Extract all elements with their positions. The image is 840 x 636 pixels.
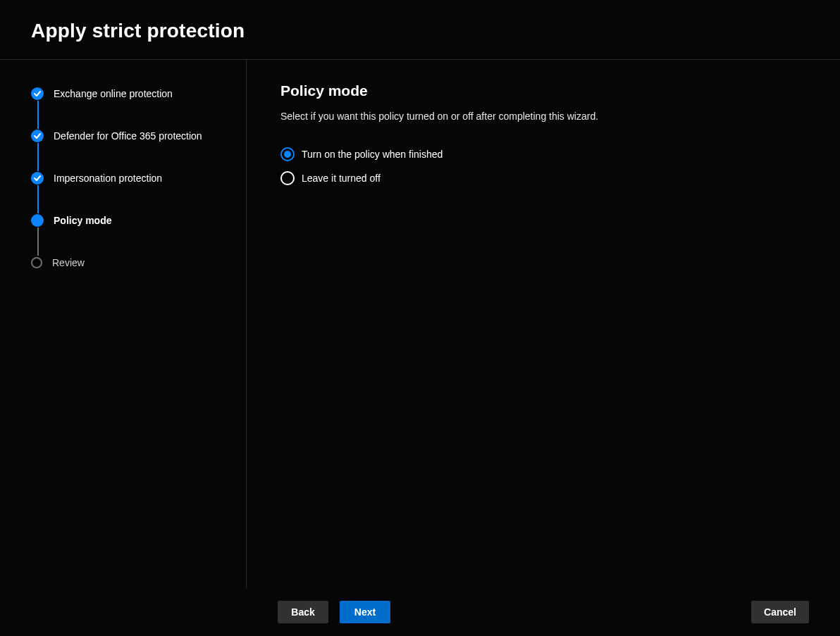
policy-mode-option[interactable]: Turn on the policy when finished: [280, 147, 806, 161]
checkmark-icon: [31, 130, 44, 142]
wizard-step[interactable]: Defender for Office 365 protection: [31, 129, 229, 143]
step-connector: [37, 143, 39, 171]
cancel-button[interactable]: Cancel: [751, 601, 809, 623]
step-connector: [37, 227, 39, 256]
wizard-step[interactable]: Impersonation protection: [31, 171, 229, 185]
radio-label: Leave it turned off: [302, 173, 381, 184]
step-connector: [37, 101, 39, 129]
back-button[interactable]: Back: [278, 601, 328, 623]
current-step-icon: [31, 214, 44, 227]
wizard-step-label: Defender for Office 365 protection: [54, 130, 202, 142]
wizard-steps-sidebar: Exchange online protectionDefender for O…: [0, 60, 247, 588]
step-connector: [37, 185, 39, 213]
policy-mode-option[interactable]: Leave it turned off: [280, 171, 806, 185]
wizard-footer: Back Next Cancel: [0, 588, 840, 636]
wizard-step-label: Impersonation protection: [54, 173, 162, 184]
wizard-step[interactable]: Exchange online protection: [31, 87, 229, 101]
wizard-header: Apply strict protection: [0, 0, 840, 60]
wizard-step-label: Review: [52, 257, 85, 268]
radio-icon: [280, 171, 295, 185]
wizard-step-label: Policy mode: [54, 215, 111, 226]
wizard-step[interactable]: Policy mode: [31, 213, 229, 227]
wizard-title: Apply strict protection: [31, 20, 809, 42]
policy-mode-radio-group: Turn on the policy when finishedLeave it…: [280, 147, 806, 185]
content-heading: Policy mode: [280, 82, 806, 99]
next-button[interactable]: Next: [340, 601, 390, 623]
content-description: Select if you want this policy turned on…: [280, 111, 806, 122]
pending-step-icon: [31, 257, 42, 268]
wizard-content: Policy mode Select if you want this poli…: [247, 60, 840, 588]
checkmark-icon: [31, 87, 44, 100]
wizard-step-label: Exchange online protection: [54, 88, 173, 99]
radio-icon: [280, 147, 295, 161]
checkmark-icon: [31, 172, 44, 185]
radio-label: Turn on the policy when finished: [302, 149, 443, 160]
wizard-step[interactable]: Review: [31, 256, 229, 270]
